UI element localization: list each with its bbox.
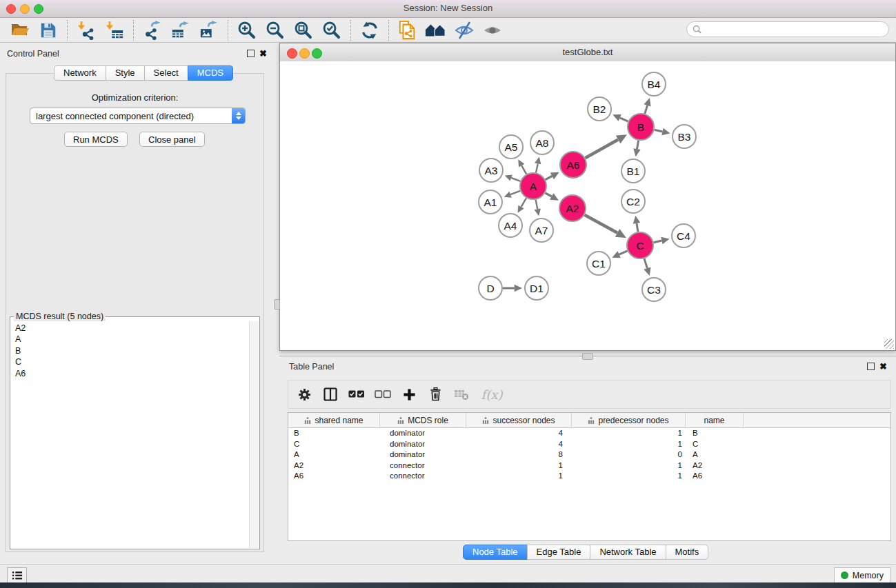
zoom-selected-button[interactable] bbox=[320, 19, 344, 41]
edge-A-A2[interactable] bbox=[545, 193, 551, 196]
edge-A-A8[interactable] bbox=[536, 163, 538, 172]
show-all-button[interactable] bbox=[481, 19, 504, 41]
edge-B-B3[interactable] bbox=[655, 130, 663, 132]
zoom-out-button[interactable] bbox=[263, 19, 287, 41]
node-label: D1 bbox=[530, 283, 544, 294]
column-header-successor-nodes[interactable]: successor nodes bbox=[466, 413, 572, 427]
tab-select[interactable]: Select bbox=[144, 65, 188, 81]
column-header-MCDS-role[interactable]: MCDS role bbox=[380, 413, 466, 427]
close-panel-icon[interactable]: ✖ bbox=[259, 50, 267, 57]
column-header-name[interactable]: name bbox=[686, 413, 744, 427]
tab-network[interactable]: Network bbox=[54, 65, 106, 81]
result-scrollbar[interactable] bbox=[249, 321, 259, 548]
edge-A-A7[interactable] bbox=[536, 200, 538, 210]
table-row[interactable]: A2connector11A2 bbox=[288, 460, 890, 472]
edge-arrowhead-icon bbox=[661, 237, 669, 244]
table-settings-button[interactable] bbox=[295, 385, 313, 403]
result-item[interactable]: A6 bbox=[15, 368, 245, 379]
result-item[interactable]: B bbox=[15, 345, 245, 356]
horizontal-splitter-handle[interactable] bbox=[582, 353, 593, 360]
tab-edge-table[interactable]: Edge Table bbox=[527, 545, 591, 560]
edge-A-A1[interactable] bbox=[510, 191, 520, 194]
first-neighbors-button[interactable] bbox=[424, 19, 448, 41]
edge-C-C3[interactable] bbox=[644, 258, 647, 268]
zoom-in-button[interactable] bbox=[235, 19, 259, 41]
table-row[interactable]: Adominator80A bbox=[288, 449, 890, 460]
table-cell: connector bbox=[380, 460, 466, 472]
hide-selected-button[interactable] bbox=[452, 19, 476, 41]
close-panel-icon[interactable]: ✖ bbox=[879, 363, 887, 369]
vertical-splitter-handle[interactable] bbox=[274, 299, 280, 310]
table-cell: B bbox=[288, 428, 380, 439]
result-item[interactable]: A bbox=[15, 334, 245, 345]
edge-A-A6[interactable] bbox=[546, 176, 552, 179]
search-input[interactable] bbox=[705, 23, 883, 35]
edge-C-C2[interactable] bbox=[637, 223, 638, 232]
node-label: C3 bbox=[647, 284, 661, 296]
import-table-button[interactable] bbox=[103, 19, 126, 41]
task-history-button[interactable] bbox=[7, 567, 27, 583]
search-field[interactable] bbox=[686, 21, 889, 37]
edge-B-B2[interactable] bbox=[620, 118, 628, 121]
save-session-button[interactable] bbox=[37, 19, 60, 41]
column-header-label: name bbox=[704, 416, 724, 425]
control-panel-window-buttons: ✖ bbox=[247, 50, 267, 57]
zoom-fit-button[interactable] bbox=[292, 19, 315, 41]
edge-C-C4[interactable] bbox=[654, 241, 662, 243]
export-table-button[interactable] bbox=[169, 19, 192, 41]
edge-A-A4[interactable] bbox=[521, 198, 526, 207]
deselect-all-button[interactable] bbox=[374, 385, 392, 403]
delete-table-button[interactable] bbox=[452, 385, 470, 403]
select-all-button[interactable] bbox=[348, 385, 366, 403]
table-cell: C bbox=[686, 439, 744, 450]
network-graph[interactable]: B4B2BB3A5A8A6B1A3AA1C2A4A7A2C4CC1C3DD1 bbox=[280, 61, 895, 350]
table-row[interactable]: Bdominator41B bbox=[288, 428, 890, 439]
edge-C-C1[interactable] bbox=[619, 251, 628, 254]
tab-network-table[interactable]: Network Table bbox=[590, 545, 666, 560]
node-label: A5 bbox=[505, 141, 518, 153]
show-column-panel-button[interactable] bbox=[321, 385, 339, 403]
network-window-titlebar[interactable]: testGlobe.txt bbox=[280, 43, 895, 62]
result-item[interactable]: C bbox=[15, 356, 245, 367]
open-folder-icon bbox=[10, 20, 30, 41]
function-builder-button[interactable]: f(x) bbox=[479, 385, 505, 403]
float-panel-icon[interactable] bbox=[867, 363, 875, 370]
node-label: A2 bbox=[566, 203, 579, 214]
tab-node-table[interactable]: Node Table bbox=[463, 545, 528, 560]
column-header-shared-name[interactable]: shared name bbox=[288, 413, 380, 427]
table-cell: 4 bbox=[466, 428, 572, 439]
import-network-button[interactable] bbox=[74, 19, 98, 41]
refresh-layout-button[interactable] bbox=[358, 19, 381, 41]
delete-column-button[interactable] bbox=[426, 385, 444, 403]
resize-grip-icon[interactable] bbox=[884, 339, 894, 349]
export-network-button[interactable] bbox=[141, 19, 164, 41]
tab-motifs[interactable]: Motifs bbox=[666, 545, 709, 560]
result-item[interactable]: A2 bbox=[15, 323, 245, 334]
tab-mcds[interactable]: MCDS bbox=[188, 65, 233, 81]
export-image-button[interactable] bbox=[197, 19, 221, 41]
toolbar-separator bbox=[388, 20, 390, 41]
float-panel-icon[interactable] bbox=[247, 50, 255, 57]
table-cell: A6 bbox=[288, 471, 380, 482]
edge-A6-B[interactable] bbox=[585, 139, 618, 158]
table-row[interactable]: Cdominator41C bbox=[288, 439, 890, 450]
new-network-from-selection-button[interactable] bbox=[396, 19, 419, 41]
edge-A2-C[interactable] bbox=[585, 215, 617, 233]
edge-A-A3[interactable] bbox=[511, 178, 520, 181]
open-session-button[interactable] bbox=[8, 19, 32, 41]
table-cell: 8 bbox=[466, 449, 572, 460]
close-panel-button[interactable]: Close panel bbox=[139, 132, 205, 147]
optimization-criterion-select[interactable]: largest connected component (directed) bbox=[30, 108, 246, 124]
memory-button[interactable]: Memory bbox=[834, 567, 890, 583]
edge-B-B1[interactable] bbox=[637, 141, 638, 149]
edge-B-B4[interactable] bbox=[645, 105, 648, 114]
control-panel-title: Control Panel bbox=[7, 49, 59, 59]
network-canvas[interactable]: B4B2BB3A5A8A6B1A3AA1C2A4A7A2C4CC1C3DD1 bbox=[280, 61, 895, 350]
table-row[interactable]: A6connector11A6 bbox=[288, 471, 890, 482]
edge-A-A5[interactable] bbox=[521, 165, 526, 174]
run-mcds-button[interactable]: Run MCDS bbox=[64, 132, 128, 147]
add-column-button[interactable] bbox=[400, 385, 418, 403]
application-window: Session: New Session bbox=[0, 0, 896, 588]
column-header-predecessor-nodes[interactable]: predecessor nodes bbox=[572, 413, 686, 427]
tab-style[interactable]: Style bbox=[106, 65, 145, 81]
